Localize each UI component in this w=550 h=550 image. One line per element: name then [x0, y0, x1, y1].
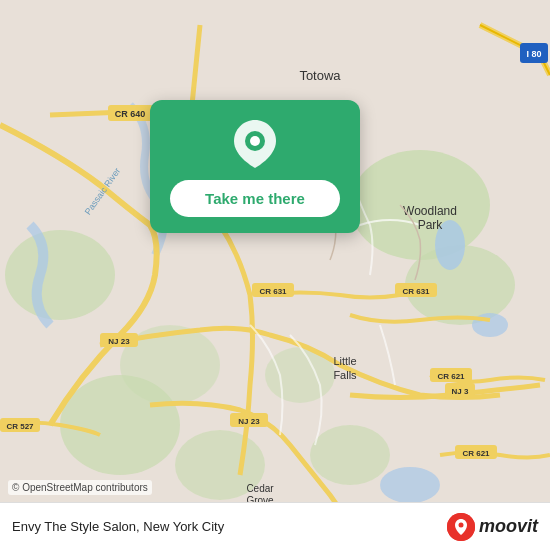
- svg-text:CR 527: CR 527: [6, 422, 34, 431]
- svg-text:NJ 23: NJ 23: [108, 337, 130, 346]
- svg-point-6: [310, 425, 390, 485]
- svg-text:Woodland: Woodland: [403, 204, 457, 218]
- svg-text:NJ 3: NJ 3: [452, 387, 469, 396]
- svg-text:CR 640: CR 640: [115, 109, 146, 119]
- take-me-there-button[interactable]: Take me there: [170, 180, 340, 217]
- location-card: Take me there: [150, 100, 360, 233]
- moovit-logo: moovit: [447, 513, 538, 541]
- svg-text:Little: Little: [333, 355, 356, 367]
- svg-text:NJ 23: NJ 23: [238, 417, 260, 426]
- svg-text:CR 621: CR 621: [437, 372, 465, 381]
- svg-text:CR 621: CR 621: [462, 449, 490, 458]
- svg-text:CR 631: CR 631: [402, 287, 430, 296]
- svg-text:CR 631: CR 631: [259, 287, 287, 296]
- svg-text:I 80: I 80: [526, 49, 541, 59]
- svg-point-43: [458, 522, 463, 527]
- map-copyright: © OpenStreetMap contributors: [8, 480, 152, 495]
- svg-text:Totowa: Totowa: [299, 68, 341, 83]
- map-background: CR 640 CR 631 CR 631 NJ 23 NJ 23 NJ 3 CR…: [0, 0, 550, 550]
- location-pin-icon: [229, 118, 281, 170]
- svg-text:Park: Park: [418, 218, 444, 232]
- bottom-bar: Envy The Style Salon, New York City moov…: [0, 502, 550, 550]
- map-container: CR 640 CR 631 CR 631 NJ 23 NJ 23 NJ 3 CR…: [0, 0, 550, 550]
- svg-text:Cedar: Cedar: [246, 483, 274, 494]
- moovit-icon: [447, 513, 475, 541]
- svg-point-3: [5, 230, 115, 320]
- location-name: Envy The Style Salon, New York City: [12, 519, 224, 534]
- moovit-brand-text: moovit: [479, 516, 538, 537]
- svg-text:Falls: Falls: [333, 369, 357, 381]
- svg-point-41: [250, 136, 260, 146]
- svg-point-11: [380, 467, 440, 503]
